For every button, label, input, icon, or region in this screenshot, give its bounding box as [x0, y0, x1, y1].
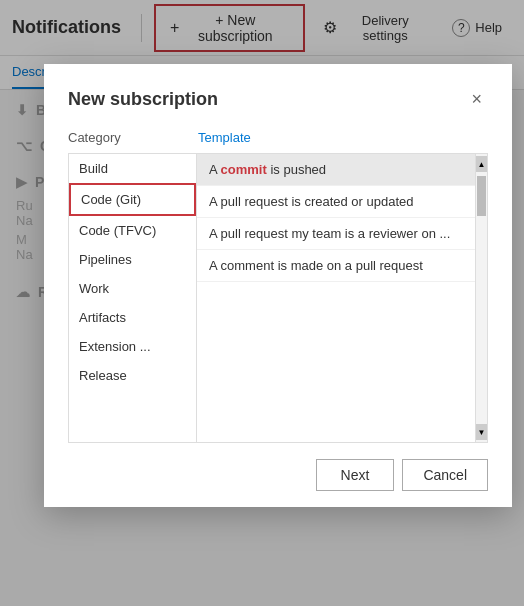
- category-item-code-git[interactable]: Code (Git): [69, 183, 196, 216]
- template-item-pr-comment[interactable]: A comment is made on a pull request: [197, 250, 475, 282]
- template-list: A commit is pushed A pull request is cre…: [197, 154, 475, 442]
- template-column-header: Template: [198, 130, 488, 145]
- category-item-build[interactable]: Build: [69, 154, 196, 183]
- new-subscription-modal: New subscription × Category Template Bui…: [44, 64, 512, 507]
- scrollbar-up-button[interactable]: ▲: [476, 156, 488, 172]
- template-item-commit-pushed[interactable]: A commit is pushed: [197, 154, 475, 186]
- category-item-work[interactable]: Work: [69, 274, 196, 303]
- category-list: Build Code (Git) Code (TFVC) Pipelines W…: [69, 154, 197, 442]
- modal-content-area: Build Code (Git) Code (TFVC) Pipelines W…: [68, 153, 488, 443]
- next-button[interactable]: Next: [316, 459, 395, 491]
- category-item-release[interactable]: Release: [69, 361, 196, 390]
- scrollbar-thumb-area: [476, 172, 487, 424]
- template-item-pr-created[interactable]: A pull request is created or updated: [197, 186, 475, 218]
- category-item-pipelines[interactable]: Pipelines: [69, 245, 196, 274]
- modal-footer: Next Cancel: [68, 459, 488, 491]
- category-item-extension[interactable]: Extension ...: [69, 332, 196, 361]
- template-item-pr-reviewer[interactable]: A pull request my team is a reviewer on …: [197, 218, 475, 250]
- category-column-header: Category: [68, 130, 198, 145]
- scrollbar-down-button[interactable]: ▼: [476, 424, 488, 440]
- cancel-button[interactable]: Cancel: [402, 459, 488, 491]
- scrollbar-track: ▲ ▼: [475, 154, 487, 442]
- highlight-commit: commit: [221, 162, 267, 177]
- category-item-code-tfvc[interactable]: Code (TFVC): [69, 216, 196, 245]
- modal-title: New subscription: [68, 89, 218, 110]
- category-item-artifacts[interactable]: Artifacts: [69, 303, 196, 332]
- modal-close-button[interactable]: ×: [465, 88, 488, 110]
- column-headers: Category Template: [68, 130, 488, 145]
- modal-header: New subscription ×: [68, 88, 488, 110]
- scrollbar-thumb[interactable]: [477, 176, 486, 216]
